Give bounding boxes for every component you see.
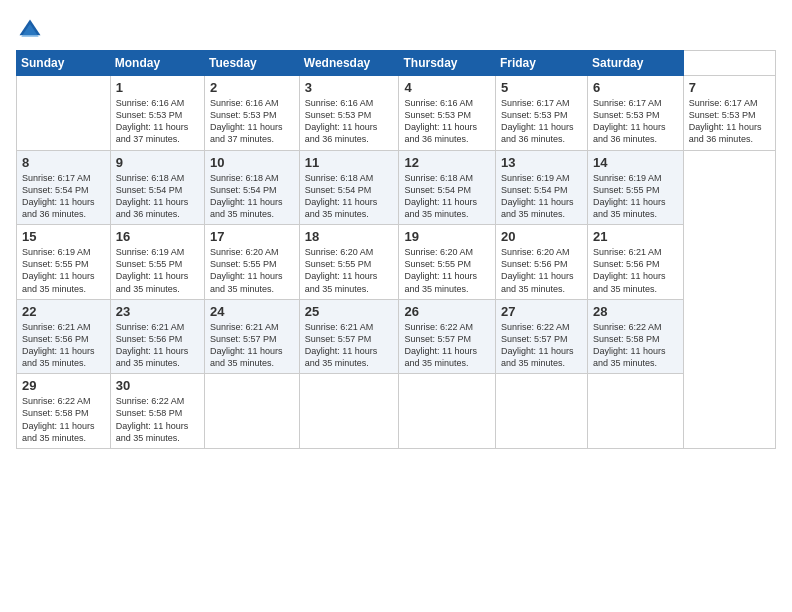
calendar-cell: 17Sunrise: 6:20 AMSunset: 5:55 PMDayligh… xyxy=(204,225,299,300)
day-number: 7 xyxy=(689,80,770,95)
page-header xyxy=(16,16,776,44)
cell-content: Sunrise: 6:20 AMSunset: 5:56 PMDaylight:… xyxy=(501,246,582,295)
day-number: 3 xyxy=(305,80,394,95)
cell-content: Sunrise: 6:19 AMSunset: 5:55 PMDaylight:… xyxy=(593,172,678,221)
logo-icon xyxy=(16,16,44,44)
calendar-cell xyxy=(495,374,587,449)
cell-content: Sunrise: 6:21 AMSunset: 5:56 PMDaylight:… xyxy=(116,321,199,370)
calendar-cell: 12Sunrise: 6:18 AMSunset: 5:54 PMDayligh… xyxy=(399,150,495,225)
day-number: 23 xyxy=(116,304,199,319)
cell-content: Sunrise: 6:21 AMSunset: 5:57 PMDaylight:… xyxy=(305,321,394,370)
calendar-cell: 20Sunrise: 6:20 AMSunset: 5:56 PMDayligh… xyxy=(495,225,587,300)
cell-content: Sunrise: 6:18 AMSunset: 5:54 PMDaylight:… xyxy=(305,172,394,221)
calendar-cell: 2Sunrise: 6:16 AMSunset: 5:53 PMDaylight… xyxy=(204,76,299,151)
calendar-cell xyxy=(204,374,299,449)
day-number: 17 xyxy=(210,229,294,244)
calendar-cell: 3Sunrise: 6:16 AMSunset: 5:53 PMDaylight… xyxy=(299,76,399,151)
calendar-cell: 8Sunrise: 6:17 AMSunset: 5:54 PMDaylight… xyxy=(17,150,111,225)
calendar-cell: 4Sunrise: 6:16 AMSunset: 5:53 PMDaylight… xyxy=(399,76,495,151)
calendar-header-tuesday: Tuesday xyxy=(204,51,299,76)
calendar-cell: 5Sunrise: 6:17 AMSunset: 5:53 PMDaylight… xyxy=(495,76,587,151)
day-number: 1 xyxy=(116,80,199,95)
calendar-empty-cell xyxy=(17,76,111,151)
calendar-week-row: 8Sunrise: 6:17 AMSunset: 5:54 PMDaylight… xyxy=(17,150,776,225)
cell-content: Sunrise: 6:21 AMSunset: 5:56 PMDaylight:… xyxy=(22,321,105,370)
day-number: 11 xyxy=(305,155,394,170)
calendar-header-saturday: Saturday xyxy=(588,51,684,76)
cell-content: Sunrise: 6:22 AMSunset: 5:58 PMDaylight:… xyxy=(116,395,199,444)
calendar-cell: 14Sunrise: 6:19 AMSunset: 5:55 PMDayligh… xyxy=(588,150,684,225)
day-number: 29 xyxy=(22,378,105,393)
cell-content: Sunrise: 6:18 AMSunset: 5:54 PMDaylight:… xyxy=(404,172,489,221)
cell-content: Sunrise: 6:22 AMSunset: 5:58 PMDaylight:… xyxy=(593,321,678,370)
cell-content: Sunrise: 6:22 AMSunset: 5:57 PMDaylight:… xyxy=(501,321,582,370)
day-number: 15 xyxy=(22,229,105,244)
calendar-cell: 18Sunrise: 6:20 AMSunset: 5:55 PMDayligh… xyxy=(299,225,399,300)
day-number: 27 xyxy=(501,304,582,319)
calendar-week-row: 29Sunrise: 6:22 AMSunset: 5:58 PMDayligh… xyxy=(17,374,776,449)
day-number: 8 xyxy=(22,155,105,170)
calendar-cell: 27Sunrise: 6:22 AMSunset: 5:57 PMDayligh… xyxy=(495,299,587,374)
calendar-cell: 30Sunrise: 6:22 AMSunset: 5:58 PMDayligh… xyxy=(110,374,204,449)
calendar-header-friday: Friday xyxy=(495,51,587,76)
day-number: 4 xyxy=(404,80,489,95)
cell-content: Sunrise: 6:22 AMSunset: 5:58 PMDaylight:… xyxy=(22,395,105,444)
cell-content: Sunrise: 6:18 AMSunset: 5:54 PMDaylight:… xyxy=(116,172,199,221)
day-number: 5 xyxy=(501,80,582,95)
cell-content: Sunrise: 6:17 AMSunset: 5:53 PMDaylight:… xyxy=(501,97,582,146)
calendar-table: SundayMondayTuesdayWednesdayThursdayFrid… xyxy=(16,50,776,449)
calendar-cell: 29Sunrise: 6:22 AMSunset: 5:58 PMDayligh… xyxy=(17,374,111,449)
calendar-cell: 16Sunrise: 6:19 AMSunset: 5:55 PMDayligh… xyxy=(110,225,204,300)
calendar-cell: 26Sunrise: 6:22 AMSunset: 5:57 PMDayligh… xyxy=(399,299,495,374)
calendar-cell: 21Sunrise: 6:21 AMSunset: 5:56 PMDayligh… xyxy=(588,225,684,300)
calendar-cell: 23Sunrise: 6:21 AMSunset: 5:56 PMDayligh… xyxy=(110,299,204,374)
calendar-cell xyxy=(399,374,495,449)
cell-content: Sunrise: 6:17 AMSunset: 5:54 PMDaylight:… xyxy=(22,172,105,221)
day-number: 13 xyxy=(501,155,582,170)
cell-content: Sunrise: 6:19 AMSunset: 5:55 PMDaylight:… xyxy=(22,246,105,295)
cell-content: Sunrise: 6:20 AMSunset: 5:55 PMDaylight:… xyxy=(305,246,394,295)
cell-content: Sunrise: 6:20 AMSunset: 5:55 PMDaylight:… xyxy=(210,246,294,295)
calendar-header-wednesday: Wednesday xyxy=(299,51,399,76)
day-number: 19 xyxy=(404,229,489,244)
calendar-cell xyxy=(299,374,399,449)
day-number: 6 xyxy=(593,80,678,95)
day-number: 26 xyxy=(404,304,489,319)
calendar-cell: 13Sunrise: 6:19 AMSunset: 5:54 PMDayligh… xyxy=(495,150,587,225)
logo xyxy=(16,16,48,44)
day-number: 25 xyxy=(305,304,394,319)
day-number: 21 xyxy=(593,229,678,244)
cell-content: Sunrise: 6:16 AMSunset: 5:53 PMDaylight:… xyxy=(116,97,199,146)
calendar-week-row: 15Sunrise: 6:19 AMSunset: 5:55 PMDayligh… xyxy=(17,225,776,300)
calendar-cell: 22Sunrise: 6:21 AMSunset: 5:56 PMDayligh… xyxy=(17,299,111,374)
day-number: 30 xyxy=(116,378,199,393)
calendar-cell: 9Sunrise: 6:18 AMSunset: 5:54 PMDaylight… xyxy=(110,150,204,225)
calendar-cell: 25Sunrise: 6:21 AMSunset: 5:57 PMDayligh… xyxy=(299,299,399,374)
cell-content: Sunrise: 6:17 AMSunset: 5:53 PMDaylight:… xyxy=(689,97,770,146)
day-number: 20 xyxy=(501,229,582,244)
cell-content: Sunrise: 6:21 AMSunset: 5:56 PMDaylight:… xyxy=(593,246,678,295)
calendar-cell: 6Sunrise: 6:17 AMSunset: 5:53 PMDaylight… xyxy=(588,76,684,151)
day-number: 14 xyxy=(593,155,678,170)
day-number: 2 xyxy=(210,80,294,95)
calendar-cell: 28Sunrise: 6:22 AMSunset: 5:58 PMDayligh… xyxy=(588,299,684,374)
calendar-header-row: SundayMondayTuesdayWednesdayThursdayFrid… xyxy=(17,51,776,76)
calendar-week-row: 22Sunrise: 6:21 AMSunset: 5:56 PMDayligh… xyxy=(17,299,776,374)
calendar-cell: 24Sunrise: 6:21 AMSunset: 5:57 PMDayligh… xyxy=(204,299,299,374)
calendar-cell: 1Sunrise: 6:16 AMSunset: 5:53 PMDaylight… xyxy=(110,76,204,151)
day-number: 28 xyxy=(593,304,678,319)
cell-content: Sunrise: 6:21 AMSunset: 5:57 PMDaylight:… xyxy=(210,321,294,370)
day-number: 9 xyxy=(116,155,199,170)
cell-content: Sunrise: 6:16 AMSunset: 5:53 PMDaylight:… xyxy=(210,97,294,146)
cell-content: Sunrise: 6:16 AMSunset: 5:53 PMDaylight:… xyxy=(305,97,394,146)
day-number: 24 xyxy=(210,304,294,319)
cell-content: Sunrise: 6:19 AMSunset: 5:55 PMDaylight:… xyxy=(116,246,199,295)
cell-content: Sunrise: 6:16 AMSunset: 5:53 PMDaylight:… xyxy=(404,97,489,146)
calendar-cell: 11Sunrise: 6:18 AMSunset: 5:54 PMDayligh… xyxy=(299,150,399,225)
calendar-cell xyxy=(588,374,684,449)
cell-content: Sunrise: 6:19 AMSunset: 5:54 PMDaylight:… xyxy=(501,172,582,221)
day-number: 18 xyxy=(305,229,394,244)
cell-content: Sunrise: 6:17 AMSunset: 5:53 PMDaylight:… xyxy=(593,97,678,146)
cell-content: Sunrise: 6:20 AMSunset: 5:55 PMDaylight:… xyxy=(404,246,489,295)
calendar-cell: 15Sunrise: 6:19 AMSunset: 5:55 PMDayligh… xyxy=(17,225,111,300)
